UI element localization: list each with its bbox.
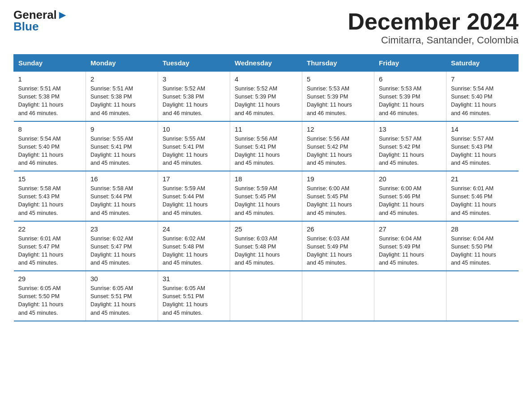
calendar-cell: 16Sunrise: 5:58 AMSunset: 5:44 PMDayligh…	[86, 171, 158, 221]
day-number: 6	[379, 75, 442, 83]
calendar-cell: 17Sunrise: 5:59 AMSunset: 5:44 PMDayligh…	[158, 171, 230, 221]
calendar-week-row: 1Sunrise: 5:51 AMSunset: 5:38 PMDaylight…	[14, 72, 519, 121]
day-number: 5	[307, 75, 369, 83]
day-number: 30	[90, 275, 153, 283]
day-info: Sunrise: 5:54 AMSunset: 5:40 PMDaylight:…	[451, 85, 514, 117]
day-info: Sunrise: 6:04 AMSunset: 5:50 PMDaylight:…	[451, 235, 514, 267]
day-number: 8	[18, 125, 82, 133]
calendar-week-row: 22Sunrise: 6:01 AMSunset: 5:47 PMDayligh…	[14, 221, 519, 271]
day-number: 20	[379, 175, 442, 183]
day-info: Sunrise: 6:05 AMSunset: 5:50 PMDaylight:…	[18, 284, 82, 317]
calendar-cell	[230, 271, 302, 321]
day-number: 7	[451, 75, 514, 83]
day-info: Sunrise: 6:02 AMSunset: 5:48 PMDaylight:…	[163, 235, 225, 267]
day-number: 9	[90, 125, 153, 133]
day-info: Sunrise: 5:51 AMSunset: 5:38 PMDaylight:…	[18, 85, 82, 117]
day-number: 3	[163, 75, 225, 83]
day-info: Sunrise: 6:05 AMSunset: 5:51 PMDaylight:…	[90, 284, 153, 317]
day-number: 1	[18, 75, 82, 83]
day-number: 2	[90, 75, 153, 83]
day-info: Sunrise: 5:56 AMSunset: 5:42 PMDaylight:…	[307, 135, 369, 167]
calendar-cell: 27Sunrise: 6:04 AMSunset: 5:49 PMDayligh…	[374, 221, 446, 271]
day-number: 13	[379, 125, 442, 133]
day-info: Sunrise: 6:05 AMSunset: 5:51 PMDaylight:…	[163, 284, 225, 317]
day-number: 16	[90, 175, 153, 183]
calendar-week-row: 15Sunrise: 5:58 AMSunset: 5:43 PMDayligh…	[14, 171, 519, 221]
calendar-cell: 13Sunrise: 5:57 AMSunset: 5:42 PMDayligh…	[374, 121, 446, 171]
calendar-cell: 24Sunrise: 6:02 AMSunset: 5:48 PMDayligh…	[158, 221, 230, 271]
day-info: Sunrise: 5:55 AMSunset: 5:41 PMDaylight:…	[90, 135, 153, 167]
logo-arrow-icon: ►	[57, 9, 69, 21]
calendar-cell	[302, 271, 374, 321]
calendar-table: SundayMondayTuesdayWednesdayThursdayFrid…	[13, 54, 519, 321]
day-info: Sunrise: 5:51 AMSunset: 5:38 PMDaylight:…	[90, 85, 153, 117]
weekday-header-wednesday: Wednesday	[230, 55, 302, 72]
day-number: 19	[307, 175, 369, 183]
day-info: Sunrise: 5:58 AMSunset: 5:43 PMDaylight:…	[18, 184, 82, 217]
calendar-cell: 2Sunrise: 5:51 AMSunset: 5:38 PMDaylight…	[86, 72, 158, 121]
calendar-cell: 14Sunrise: 5:57 AMSunset: 5:43 PMDayligh…	[446, 121, 519, 171]
day-number: 27	[379, 225, 442, 233]
calendar-cell: 28Sunrise: 6:04 AMSunset: 5:50 PMDayligh…	[446, 221, 519, 271]
calendar-cell: 3Sunrise: 5:52 AMSunset: 5:38 PMDaylight…	[158, 72, 230, 121]
calendar-cell: 29Sunrise: 6:05 AMSunset: 5:50 PMDayligh…	[14, 271, 86, 321]
day-number: 21	[451, 175, 514, 183]
calendar-cell: 25Sunrise: 6:03 AMSunset: 5:48 PMDayligh…	[230, 221, 302, 271]
day-number: 11	[235, 125, 297, 133]
calendar-cell: 31Sunrise: 6:05 AMSunset: 5:51 PMDayligh…	[158, 271, 230, 321]
day-number: 31	[163, 275, 225, 283]
day-info: Sunrise: 6:04 AMSunset: 5:49 PMDaylight:…	[379, 235, 442, 267]
day-info: Sunrise: 5:56 AMSunset: 5:41 PMDaylight:…	[235, 135, 297, 167]
calendar-cell: 20Sunrise: 6:00 AMSunset: 5:46 PMDayligh…	[374, 171, 446, 221]
calendar-week-row: 8Sunrise: 5:54 AMSunset: 5:40 PMDaylight…	[14, 121, 519, 171]
day-number: 4	[235, 75, 297, 83]
calendar-cell: 21Sunrise: 6:01 AMSunset: 5:46 PMDayligh…	[446, 171, 519, 221]
calendar-cell: 23Sunrise: 6:02 AMSunset: 5:47 PMDayligh…	[86, 221, 158, 271]
calendar-cell: 9Sunrise: 5:55 AMSunset: 5:41 PMDaylight…	[86, 121, 158, 171]
weekday-header-row: SundayMondayTuesdayWednesdayThursdayFrid…	[14, 55, 519, 72]
day-info: Sunrise: 5:53 AMSunset: 5:39 PMDaylight:…	[307, 85, 369, 117]
calendar-title: December 2024	[348, 9, 519, 34]
calendar-week-row: 29Sunrise: 6:05 AMSunset: 5:50 PMDayligh…	[14, 271, 519, 321]
calendar-subtitle: Cimitarra, Santander, Colombia	[348, 34, 519, 46]
calendar-cell: 15Sunrise: 5:58 AMSunset: 5:43 PMDayligh…	[14, 171, 86, 221]
calendar-cell: 4Sunrise: 5:52 AMSunset: 5:39 PMDaylight…	[230, 72, 302, 121]
calendar-header: SundayMondayTuesdayWednesdayThursdayFrid…	[14, 55, 519, 72]
title-block: December 2024 Cimitarra, Santander, Colo…	[348, 9, 519, 46]
calendar-cell: 8Sunrise: 5:54 AMSunset: 5:40 PMDaylight…	[14, 121, 86, 171]
calendar-cell: 6Sunrise: 5:53 AMSunset: 5:39 PMDaylight…	[374, 72, 446, 121]
day-info: Sunrise: 6:00 AMSunset: 5:46 PMDaylight:…	[379, 184, 442, 217]
day-info: Sunrise: 5:59 AMSunset: 5:45 PMDaylight:…	[235, 184, 297, 217]
calendar-cell: 11Sunrise: 5:56 AMSunset: 5:41 PMDayligh…	[230, 121, 302, 171]
day-number: 12	[307, 125, 369, 133]
weekday-header-sunday: Sunday	[14, 55, 86, 72]
day-info: Sunrise: 5:52 AMSunset: 5:39 PMDaylight:…	[235, 85, 297, 117]
day-info: Sunrise: 5:57 AMSunset: 5:43 PMDaylight:…	[451, 135, 514, 167]
day-number: 28	[451, 225, 514, 233]
calendar-cell: 1Sunrise: 5:51 AMSunset: 5:38 PMDaylight…	[14, 72, 86, 121]
day-number: 23	[90, 225, 153, 233]
day-number: 22	[18, 225, 82, 233]
logo: General► Blue	[13, 9, 69, 32]
day-number: 29	[18, 275, 82, 283]
day-number: 17	[163, 175, 225, 183]
weekday-header-tuesday: Tuesday	[158, 55, 230, 72]
day-number: 24	[163, 225, 225, 233]
day-info: Sunrise: 5:54 AMSunset: 5:40 PMDaylight:…	[18, 135, 82, 167]
day-info: Sunrise: 6:02 AMSunset: 5:47 PMDaylight:…	[90, 235, 153, 267]
day-info: Sunrise: 6:01 AMSunset: 5:46 PMDaylight:…	[451, 184, 514, 217]
day-info: Sunrise: 6:03 AMSunset: 5:49 PMDaylight:…	[307, 235, 369, 267]
weekday-header-friday: Friday	[374, 55, 446, 72]
day-info: Sunrise: 6:03 AMSunset: 5:48 PMDaylight:…	[235, 235, 297, 267]
calendar-cell: 7Sunrise: 5:54 AMSunset: 5:40 PMDaylight…	[446, 72, 519, 121]
day-number: 25	[235, 225, 297, 233]
day-info: Sunrise: 5:53 AMSunset: 5:39 PMDaylight:…	[379, 85, 442, 117]
calendar-cell: 10Sunrise: 5:55 AMSunset: 5:41 PMDayligh…	[158, 121, 230, 171]
day-number: 14	[451, 125, 514, 133]
calendar-cell: 5Sunrise: 5:53 AMSunset: 5:39 PMDaylight…	[302, 72, 374, 121]
day-info: Sunrise: 5:59 AMSunset: 5:44 PMDaylight:…	[163, 184, 225, 217]
page-header: General► Blue December 2024 Cimitarra, S…	[13, 9, 519, 46]
day-info: Sunrise: 5:58 AMSunset: 5:44 PMDaylight:…	[90, 184, 153, 217]
day-number: 10	[163, 125, 225, 133]
calendar-cell: 26Sunrise: 6:03 AMSunset: 5:49 PMDayligh…	[302, 221, 374, 271]
